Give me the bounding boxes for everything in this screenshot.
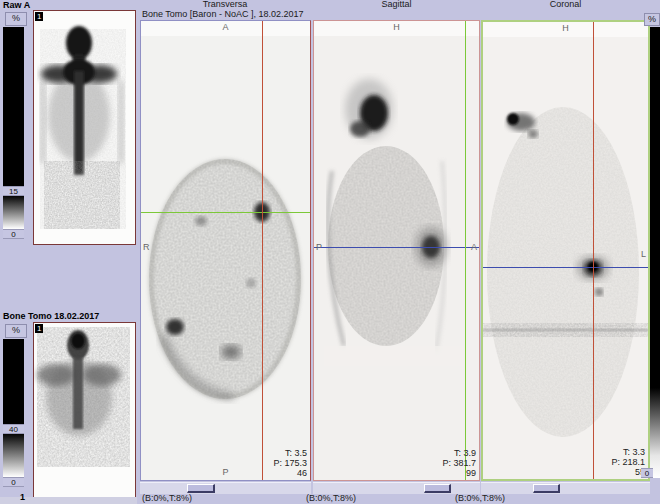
transversal-top-label: A [141,22,310,32]
tomo-scan-image[interactable] [34,323,133,496]
sagittal-info-t: T: 3.9 [442,448,476,458]
coronal-scan-image[interactable] [483,22,648,479]
sagittal-left-label: P [316,242,322,252]
study-title: Bone Tomo [Baron - NoAC ], 18.02.2017 [142,9,303,19]
main-colorbar-min-label: 0 [641,468,653,478]
tomo-colorbar-gradient [3,434,24,477]
coronal-slice-number: 55 [611,467,645,477]
raw-percent-button[interactable]: % [5,12,27,26]
tomo-thumbnail[interactable]: 1 [33,322,136,499]
sagittal-status: (B:0%,T:8%) [306,493,356,503]
transversal-header: Transversa [140,0,310,9]
sagittal-scrollbar-thumb[interactable] [424,484,451,493]
sagittal-crosshair-h[interactable] [314,247,479,248]
raw-a-thumbnail[interactable]: 1 [33,10,136,245]
sagittal-slice-number: 99 [442,468,476,478]
sagittal-header: Sagittal [313,0,480,9]
coronal-header: Coronal [481,0,650,9]
sagittal-scan-image[interactable] [314,21,479,480]
tomo-percent-button[interactable]: % [5,324,27,338]
transversal-scrollbar-thumb[interactable] [187,484,215,493]
transversal-left-label: R [143,242,150,252]
sagittal-info-p: P: 381.7 [442,458,476,468]
raw-colorbar-gradient [3,196,24,229]
transversal-slice-number: 46 [273,468,307,478]
coronal-panel: H L T: 3.3 P: 218.1 55 [481,20,650,481]
raw-a-scan-image[interactable] [34,11,133,242]
tomo-title: Bone Tomo 18.02.2017 [3,311,99,321]
coronal-status: (B:0%,T:8%) [455,493,505,503]
transversal-scan-image[interactable] [141,21,310,480]
coronal-crosshair-h[interactable] [483,267,648,268]
raw-colorbar[interactable]: 15 0 [3,27,24,239]
tomo-colorbar-saturated [3,339,24,424]
transversal-panel: A R P T: 3.5 P: 175.3 46 [140,20,311,481]
coronal-scrollbar-thumb[interactable] [533,484,560,493]
transversal-crosshair-v[interactable] [262,21,263,480]
tomo-colorbar-max-label: 40 [3,424,24,434]
coronal-info-p: P: 218.1 [611,457,645,467]
coronal-scrollbar[interactable] [481,482,650,494]
tomo-colorbar[interactable]: 40 0 [3,339,24,487]
sagittal-panel: H P A T: 3.9 P: 381.7 99 [313,20,480,481]
main-colorbar[interactable] [650,27,660,478]
coronal-info-t: T: 3.3 [611,447,645,457]
coronal-top-label: H [483,23,648,33]
raw-colorbar-max-label: 15 [3,186,24,196]
sagittal-right-label: A [471,242,477,252]
raw-colorbar-min-label: 0 [3,229,24,239]
main-percent-button[interactable]: % [644,13,660,26]
transversal-status: (B:0%,T:8%) [142,493,192,503]
sagittal-top-label: H [314,22,479,32]
raw-a-title: Raw A [3,0,30,10]
tomo-footer-number: 1 [20,492,25,502]
coronal-crosshair-v[interactable] [593,22,594,479]
transversal-crosshair-h[interactable] [141,212,310,213]
transversal-info-t: T: 3.5 [273,448,307,458]
tomo-colorbar-min-label: 0 [3,477,24,487]
raw-a-image-number-badge: 1 [35,12,43,21]
sagittal-crosshair-v[interactable] [465,21,466,480]
app-window: Raw A % 15 0 [0,0,660,504]
tomo-image-number-badge: 1 [35,324,43,333]
coronal-right-label: L [641,249,646,259]
raw-colorbar-saturated [3,27,24,186]
transversal-info-p: P: 175.3 [273,458,307,468]
